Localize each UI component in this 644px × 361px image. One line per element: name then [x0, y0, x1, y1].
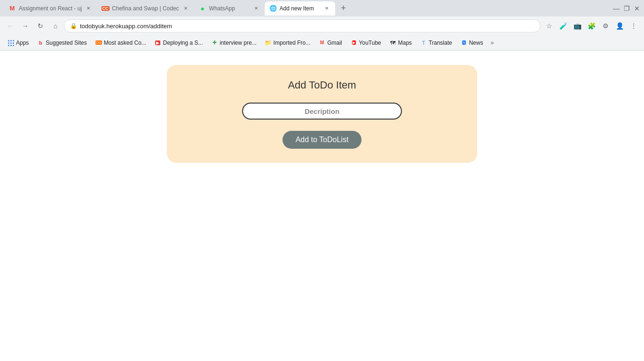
tab-title-whatsapp: WhatsApp [209, 5, 250, 12]
extensions-puzzle-button[interactable]: ⚙ [599, 19, 612, 32]
bookmark-apps-label: Apps [16, 40, 29, 46]
suggested-favicon: b [37, 40, 44, 46]
page-content: Add ToDo Item Add to ToDoList [0, 51, 644, 361]
forward-button[interactable]: → [19, 19, 32, 32]
bookmark-suggested[interactable]: b Suggested Sites [33, 37, 90, 48]
title-bar: M Assignment on React - uj ✕ CC Chefina … [0, 0, 644, 16]
tab-close-assignment[interactable]: ✕ [85, 5, 92, 12]
tab-whatsapp[interactable]: ● WhatsApp ✕ [194, 1, 265, 16]
bookmark-imported-label: Imported Fro... [274, 40, 311, 46]
address-actions: ☆ 🧪 📺 🧩 ⚙ 👤 ⋮ [542, 19, 640, 32]
bookmark-interview-label: interview pre... [220, 40, 257, 46]
news-favicon: N [461, 40, 467, 46]
bookmark-deploying[interactable]: ▶ Deploying a S... [151, 37, 207, 48]
tab-favicon-whatsapp: ● [199, 5, 206, 12]
bookmark-news[interactable]: N News [457, 37, 487, 48]
cast-button[interactable]: 📺 [571, 19, 584, 32]
bookmark-news-label: News [469, 40, 483, 46]
translate-favicon: T [420, 40, 427, 46]
bookmark-imported[interactable]: 📁 Imported Fro... [261, 37, 314, 48]
bookmark-youtube[interactable]: ▶ YouTube [347, 37, 385, 48]
description-input[interactable] [242, 103, 402, 120]
extensions-button[interactable]: 🧩 [585, 19, 598, 32]
bookmark-gmail-label: Gmail [327, 40, 342, 46]
tab-chefina[interactable]: CC Chefina and Swap | Codec ✕ [97, 1, 194, 16]
bookmark-star-button[interactable]: ☆ [542, 19, 556, 32]
gmail-favicon: M [319, 40, 325, 46]
tab-close-chefina[interactable]: ✕ [182, 5, 189, 12]
tab-favicon-cc: CC [102, 5, 109, 12]
home-button[interactable]: ⌂ [49, 19, 62, 32]
tab-title-additem: Add new Item [280, 5, 320, 12]
bookmark-deploying-label: Deploying a S... [163, 40, 203, 46]
tab-favicon-gmail: M [8, 5, 16, 12]
close-button[interactable]: ✕ [634, 5, 640, 12]
minimize-button[interactable]: — [613, 5, 620, 12]
bookmark-youtube-label: YouTube [359, 40, 381, 46]
bookmark-interview[interactable]: ✚ interview pre... [208, 37, 260, 48]
mostasked-favicon: OG [95, 40, 102, 46]
bookmarks-bar: Apps b Suggested Sites OG Most asked Co.… [0, 35, 644, 50]
tab-close-additem[interactable]: ✕ [323, 5, 330, 12]
address-bar: ← → ↻ ⌂ 🔒 ☆ 🧪 📺 🧩 ⚙ 👤 ⋮ [0, 16, 644, 35]
address-input[interactable] [80, 23, 534, 30]
address-bar-input-wrap[interactable]: 🔒 [64, 19, 541, 32]
bookmarks-more-button[interactable]: » [488, 37, 497, 48]
bookmark-apps[interactable]: Apps [4, 37, 32, 48]
browser-labs-button[interactable]: 🧪 [557, 19, 570, 32]
tab-close-whatsapp[interactable]: ✕ [252, 5, 260, 12]
profile-button[interactable]: 👤 [613, 19, 626, 32]
bookmark-mostasked-label: Most asked Co... [104, 40, 146, 46]
deploying-favicon: ▶ [155, 40, 161, 46]
menu-button[interactable]: ⋮ [627, 19, 640, 32]
refresh-button[interactable]: ↻ [34, 19, 47, 32]
bookmark-suggested-label: Suggested Sites [46, 40, 86, 46]
bookmark-translate[interactable]: T Translate [416, 37, 456, 48]
youtube-favicon: ▶ [351, 40, 357, 46]
bookmark-mostasked[interactable]: OG Most asked Co... [92, 37, 150, 48]
todo-card: Add ToDo Item Add to ToDoList [167, 65, 477, 163]
tab-title-assignment: Assignment on React - uj [19, 5, 82, 12]
tab-assignment[interactable]: M Assignment on React - uj ✕ [4, 1, 97, 16]
new-tab-button[interactable]: + [337, 2, 350, 15]
tab-additem[interactable]: 🌐 Add new Item ✕ [265, 1, 335, 16]
maps-favicon: 🗺 [390, 40, 396, 46]
apps-favicon [8, 40, 14, 46]
bookmark-translate-label: Translate [429, 40, 452, 46]
todo-title: Add ToDo Item [288, 79, 356, 91]
browser-chrome: M Assignment on React - uj ✕ CC Chefina … [0, 0, 644, 51]
tab-favicon-globe: 🌐 [269, 5, 277, 12]
bookmark-maps[interactable]: 🗺 Maps [386, 37, 416, 48]
back-button[interactable]: ← [4, 19, 17, 32]
bookmark-maps-label: Maps [398, 40, 412, 46]
tab-title-chefina: Chefina and Swap | Codec [112, 5, 179, 12]
imported-favicon: 📁 [265, 40, 272, 46]
bookmark-gmail[interactable]: M Gmail [315, 37, 346, 48]
add-todolist-button[interactable]: Add to ToDoList [283, 131, 362, 149]
lock-icon: 🔒 [70, 23, 77, 29]
interview-favicon: ✚ [212, 40, 218, 46]
maximize-button[interactable]: ❐ [623, 5, 630, 12]
window-controls: — ❐ ✕ [613, 5, 640, 12]
